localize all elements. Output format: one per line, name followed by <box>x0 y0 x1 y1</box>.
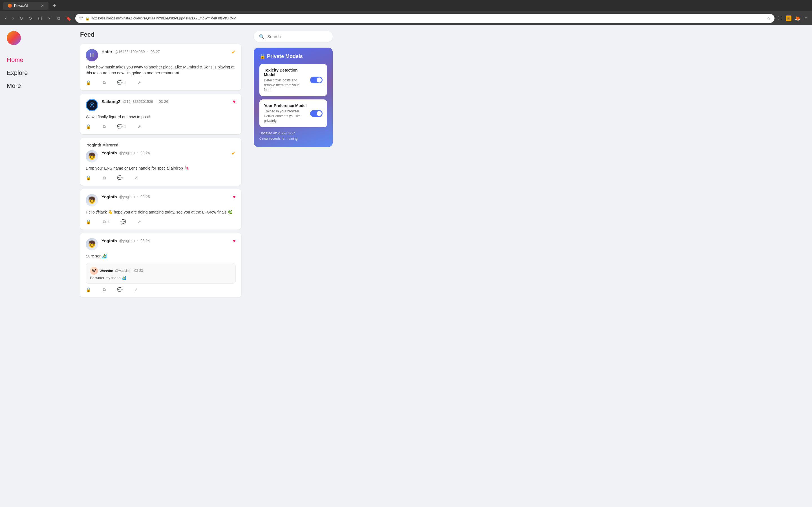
app-container: Home Explore More Feed H Hater @16483410… <box>0 25 812 507</box>
mirror-icon: ⧉ <box>103 219 106 224</box>
post-header: 👦 Yoginth @yoginth · 03-24 ♥ <box>86 238 236 250</box>
sidebar-item-explore[interactable]: Explore <box>7 67 66 79</box>
comment-count: 1 <box>124 124 126 129</box>
quoted-avatar: W <box>90 267 98 275</box>
mirror-button[interactable]: ⧉ 1 <box>103 219 109 224</box>
post-meta: SaikongZ @1648335301526 · 03-26 <box>101 99 229 104</box>
browser-tab[interactable]: PrivateAI ✕ <box>3 2 49 10</box>
collect-icon: 🔒 <box>86 124 91 129</box>
post-date: 03-24 <box>140 151 150 155</box>
comment-button[interactable]: 💬 1 <box>117 80 126 86</box>
avatar: H <box>86 49 98 61</box>
mirror-icon: ⧉ <box>103 175 106 180</box>
scissors-button[interactable]: ✂ <box>46 15 53 22</box>
share-button[interactable]: ↗ <box>134 287 138 292</box>
post-header: 👦 Yoginth @yoginth · 03-25 ♥ <box>86 194 236 207</box>
quoted-author-handle: @wassim <box>115 269 130 273</box>
mirror-button[interactable]: ⧉ <box>103 287 106 292</box>
author-handle: @yoginth <box>119 151 135 155</box>
address-bar[interactable]: 🛡 🔒 https://saikongz.mypinata.cloud/ipfs… <box>75 14 774 23</box>
post-date: 03-25 <box>140 194 150 199</box>
post-date: 03-24 <box>140 238 150 243</box>
extensions-button[interactable]: ⬡ <box>36 15 44 22</box>
mirror-button[interactable]: ⧉ <box>103 124 106 129</box>
star-icon[interactable]: ☆ <box>767 16 770 21</box>
post-actions: 🔒 ⧉ 1 💬 ↗ <box>86 219 236 224</box>
private-models-card: 🔒 Private Models Toxicity Detection Mode… <box>254 48 333 147</box>
author-handle: @1648335301526 <box>123 100 153 104</box>
post-header: 👦 Yoginth @yoginth · 03-24 ✔ <box>86 150 236 163</box>
comment-icon: 💬 <box>117 124 123 129</box>
url-display[interactable]: https://saikongz.mypinata.cloud/ipfs/QmT… <box>92 16 764 20</box>
post-card: 👦 Yoginth @yoginth · 03-25 ♥ Hello @jack… <box>80 189 241 230</box>
collect-button[interactable]: 🔒 <box>86 287 91 292</box>
browser-chrome: PrivateAI ✕ + <box>0 0 812 11</box>
sidebar-item-home[interactable]: Home <box>7 54 66 66</box>
collect-button[interactable]: 🔒 <box>86 175 91 180</box>
collect-icon: 🔒 <box>86 80 91 86</box>
mirror-icon: ⧉ <box>103 287 106 292</box>
preference-toggle[interactable] <box>310 110 322 117</box>
toxicity-toggle[interactable] <box>310 76 322 83</box>
collect-button[interactable]: 🔒 <box>86 219 91 224</box>
tab-close-button[interactable]: ✕ <box>41 3 44 8</box>
post-date: 03-27 <box>151 50 160 54</box>
nav-right-buttons: ⛶ 🦁 🦊 ≡ <box>777 15 809 22</box>
search-input[interactable] <box>267 34 327 39</box>
comment-button[interactable]: 💬 1 <box>117 124 126 129</box>
post-content: Drop your ENS name or Lens handle for sp… <box>86 165 236 171</box>
sidebar-item-more[interactable]: More <box>7 80 66 92</box>
verified-badge: ✔ <box>232 150 236 156</box>
nav-bar: ‹ › ↻ ⟳ ⬡ ✂ ⧉ 🔖 🛡 🔒 https://saikongz.myp… <box>0 11 812 25</box>
post-header: ⦿ SaikongZ @1648335301526 · 03-26 ♥ <box>86 99 236 111</box>
new-tab-button[interactable]: + <box>51 3 58 9</box>
model-desc: Detect toxic posts and remove them from … <box>264 78 307 92</box>
brave-shield-icon[interactable]: 🦁 <box>786 15 792 21</box>
separator: · <box>137 194 138 199</box>
copy-button[interactable]: ⧉ <box>55 15 62 22</box>
separator: · <box>132 268 133 273</box>
heart-badge: ♥ <box>233 238 236 244</box>
mirror-icon: ⧉ <box>103 124 106 129</box>
share-icon: ↗ <box>137 219 141 224</box>
post-header: H Hater @1648341004989 · 03-27 ✔ <box>86 49 236 61</box>
share-button[interactable]: ↗ <box>134 175 138 180</box>
comment-icon: 💬 <box>117 80 123 86</box>
bookmark-button[interactable]: 🔖 <box>64 15 73 22</box>
share-icon: ↗ <box>134 287 138 292</box>
share-icon: ↗ <box>137 124 141 129</box>
collect-button[interactable]: 🔒 <box>86 124 91 129</box>
back-button[interactable]: ‹ <box>3 15 8 22</box>
comment-button[interactable]: 💬 <box>117 287 123 292</box>
share-button[interactable]: ↗ <box>137 80 141 86</box>
expand-button[interactable]: ⛶ <box>777 15 783 22</box>
mirror-button[interactable]: ⧉ <box>103 175 106 180</box>
share-button[interactable]: ↗ <box>137 124 141 129</box>
verified-badge: ✔ <box>232 49 236 55</box>
reload-button[interactable]: ↻ <box>18 15 25 22</box>
separator: · <box>137 238 138 243</box>
post-content: Hello @jack 👋 hope you are doing amazing… <box>86 209 236 215</box>
quoted-author-line: W Wassim @wassim · 03-23 <box>90 267 232 275</box>
updated-at: Updated at: 2022-03-27 <box>259 131 327 136</box>
author-name: Yoginth <box>101 194 117 199</box>
comment-button[interactable]: 💬 <box>120 219 126 224</box>
collect-icon: 🔒 <box>86 219 91 224</box>
forward-button[interactable]: › <box>10 15 15 22</box>
brave-rewards-icon[interactable]: 🦊 <box>794 15 802 22</box>
tab-title: PrivateAI <box>14 4 28 8</box>
author-name: SaikongZ <box>101 99 121 104</box>
author-line: Yoginth @yoginth · 03-25 <box>101 194 229 199</box>
mirror-button[interactable]: ⧉ <box>103 80 106 86</box>
menu-button[interactable]: ≡ <box>804 15 809 22</box>
quoted-post-content: Be water my friend 🏄‍♂️ <box>90 276 232 280</box>
history-button[interactable]: ⟳ <box>27 15 34 22</box>
share-icon: ↗ <box>134 175 138 180</box>
share-button[interactable]: ↗ <box>137 219 141 224</box>
comment-count: 1 <box>124 80 126 85</box>
comment-button[interactable]: 💬 <box>117 175 123 180</box>
collect-button[interactable]: 🔒 <box>86 80 91 86</box>
lock-icon: 🔒 <box>85 16 90 20</box>
post-card: 👦 Yoginth @yoginth · 03-24 ♥ Sure ser 🏄‍… <box>80 233 241 297</box>
pm-title: 🔒 Private Models <box>259 53 327 59</box>
